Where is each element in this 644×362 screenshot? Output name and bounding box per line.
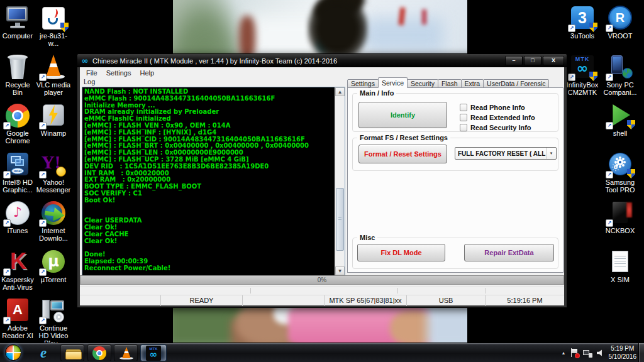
taskbar-chrome-button[interactable] <box>87 344 111 361</box>
identify-button[interactable]: Identify <box>358 102 447 128</box>
show-desktop-button[interactable] <box>638 343 644 362</box>
desktop-icon-chrome[interactable]: ↗ Google Chrome <box>0 102 35 145</box>
menu-help[interactable]: Help <box>135 69 158 77</box>
desktop-icon-vlc[interactable]: ↗ VLC media player <box>36 54 71 96</box>
shortcut-arrow-icon: ↗ <box>606 25 613 32</box>
winamp-icon: ↗ <box>40 102 67 129</box>
tab-extra[interactable]: Extra <box>461 79 484 88</box>
checkbox-label: Read Extended Info <box>470 114 535 121</box>
photo-child-hair <box>307 0 369 57</box>
tab-service[interactable]: Service <box>378 77 408 88</box>
scroll-down-arrow-icon[interactable]: ▼ <box>335 266 345 275</box>
taskbar-clock[interactable]: 5:19 PM 5/10/2016 <box>609 345 637 361</box>
group-title: Main / Info <box>357 89 396 97</box>
desktop-icon-samsung-tool-pro[interactable]: ↗ Samsung Tool PRO <box>602 151 638 194</box>
status-bar: READY MTK SP 65|67|83|81|xx USB 5:19:16 … <box>80 295 564 305</box>
desktop: Computer jre-8u31-w... Recycle Bin ↗ VLC… <box>0 0 644 362</box>
log-line: Boot Ok! <box>84 197 333 204</box>
window-title: Chinese Miracle II ( MTK Module , ver 1.… <box>92 57 504 65</box>
scrollbar-thumb[interactable] <box>336 188 344 251</box>
desktop-icon-label: Intel® HD Graphic... <box>0 178 35 194</box>
taskbar-cm2mtk-button[interactable]: MTK ∞ <box>140 344 167 361</box>
reset-type-dropdown[interactable]: FULL FACTORY RESET ( ALL ) ▼ <box>455 147 557 160</box>
tab-security[interactable]: Security <box>407 79 438 88</box>
desktop-icon-x-sim[interactable]: X SIM <box>602 249 638 283</box>
checkbox-box[interactable] <box>460 124 467 131</box>
log-line: SOC VERIFY : C1 <box>84 190 333 197</box>
tray-expand-icon[interactable]: ▲ <box>562 351 566 355</box>
internet-explorer-icon[interactable]: e <box>34 345 53 361</box>
taskbar-explorer-button[interactable] <box>60 344 84 361</box>
log-line <box>84 204 333 211</box>
checkbox-label: Read Phone Info <box>470 104 525 111</box>
tab-settings[interactable]: Settings <box>347 79 379 88</box>
log-output[interactable]: NAND Flash : NOT INSTALLED eMMC Flash : … <box>82 87 345 276</box>
menu-file[interactable]: File <box>82 69 102 77</box>
shortcut-arrow-icon: ↗ <box>568 25 575 32</box>
desktop-icon-kaspersky[interactable]: K↗ Kaspersky Anti-Virus <box>0 249 35 291</box>
network-icon[interactable] <box>583 349 592 358</box>
tab-strip: Settings Service Security Flash Extra Us… <box>347 78 548 88</box>
minimize-button[interactable]: – <box>505 56 523 65</box>
desktop-icon-vroot[interactable]: R↗ VROOT <box>602 5 638 40</box>
desktop-icon-sony-pc-companion[interactable]: ↗ Sony PC Compani... <box>602 54 638 96</box>
desktop-icon-continue-hd-video[interactable]: ↗ Continue HD Video Play... <box>36 297 71 347</box>
close-button[interactable]: X <box>543 56 564 65</box>
group-title: Misc <box>357 234 377 241</box>
tab-userdata-forensic[interactable]: UserData / Forensic <box>483 79 549 88</box>
maximize-button[interactable]: □ <box>524 56 541 65</box>
read-phone-info-checkbox[interactable]: Read Phone Info <box>460 103 525 112</box>
desktop-icon-recycle-bin[interactable]: Recycle Bin <box>0 54 35 96</box>
scroll-up-arrow-icon[interactable]: ▲ <box>335 87 345 96</box>
shortcut-arrow-icon: ↗ <box>3 317 11 324</box>
shortcut-arrow-icon: ↗ <box>3 219 11 227</box>
taskbar-vlc-button[interactable] <box>114 344 138 361</box>
desktop-icon-itunes[interactable]: ♪↗ iTunes <box>0 200 35 234</box>
menu-settings[interactable]: Settings <box>102 69 136 77</box>
format-fs-group: Format FS / Reset Settings Format / Rese… <box>352 138 558 171</box>
start-button[interactable] <box>5 344 21 361</box>
log-scrollbar[interactable]: ▲ ▼ <box>335 87 345 275</box>
desktop-icon-3utools[interactable]: 3↗ 3uTools <box>565 5 600 40</box>
speaker-icon[interactable] <box>597 349 604 357</box>
action-center-flag-icon[interactable] <box>570 348 579 358</box>
desktop-icon-label: X SIM <box>602 276 638 283</box>
checkbox-box[interactable] <box>460 114 467 121</box>
read-security-info-checkbox[interactable]: Read Security Info <box>460 123 531 132</box>
desktop-icon-infinitybox-cm2mtk[interactable]: MTK∞↗ InfinityBox CM2MTK <box>565 54 600 96</box>
itunes-icon: ♪↗ <box>4 200 31 226</box>
desktop-icon-utorrent[interactable]: µ↗ µTorrent <box>36 249 71 283</box>
desktop-icon-label: InfinityBox CM2MTK <box>565 81 600 96</box>
desktop-icon-yahoo-messenger[interactable]: Y!↗ Yahoo! Messenger <box>36 151 71 194</box>
intel-hd-graphics-icon: intel↗ <box>4 151 31 178</box>
misc-group: Misc Fix DL Mode Repair ExtData <box>352 238 558 269</box>
desktop-icon-winamp[interactable]: ↗ Winamp <box>36 102 71 137</box>
desktop-icon-computer[interactable]: Computer <box>0 5 35 40</box>
system-tray: ▲ 5:19 PM 5/10/2016 <box>562 343 636 362</box>
progress-label: 0% <box>318 277 326 283</box>
fix-dl-mode-button[interactable]: Fix DL Mode <box>357 244 445 261</box>
status-separator <box>486 288 486 293</box>
shortcut-arrow-icon: ↗ <box>568 74 575 81</box>
window-titlebar[interactable]: ∞ Chinese Miracle II ( MTK Module , ver … <box>77 54 567 67</box>
computer-icon <box>4 5 31 31</box>
shell-play-icon: ↗ <box>606 102 634 129</box>
chevron-down-icon[interactable]: ▼ <box>546 148 556 159</box>
read-extended-info-checkbox[interactable]: Read Extended Info <box>460 113 535 122</box>
status-ready: READY <box>161 295 243 306</box>
format-reset-settings-button[interactable]: Format / Reset Settings <box>358 145 447 163</box>
tab-flash[interactable]: Flash <box>438 79 462 88</box>
shortcut-arrow-icon: ↗ <box>39 317 47 324</box>
checkbox-box[interactable] <box>460 104 467 111</box>
desktop-icon-jre[interactable]: jre-8u31-w... <box>36 5 71 47</box>
yahoo-messenger-icon: Y!↗ <box>40 151 67 178</box>
desktop-icon-idm[interactable]: ↗ Internet Downlo... <box>36 200 71 242</box>
recycle-bin-icon <box>4 54 31 80</box>
repair-extdata-button[interactable]: Repair ExtData <box>464 244 554 261</box>
desktop-icon-adobe-reader[interactable]: A↗ Adobe Reader XI <box>0 297 35 339</box>
status-connection: USB <box>407 295 486 306</box>
desktop-icon-intel-hd[interactable]: intel↗ Intel® HD Graphic... <box>0 151 35 194</box>
desktop-icon-shell[interactable]: ↗ shell <box>602 102 638 137</box>
desktop-icon-nckbox[interactable]: ↗ NCKBOX <box>602 200 638 234</box>
status-device: MTK SP 65|67|83|81|xx <box>325 295 407 306</box>
